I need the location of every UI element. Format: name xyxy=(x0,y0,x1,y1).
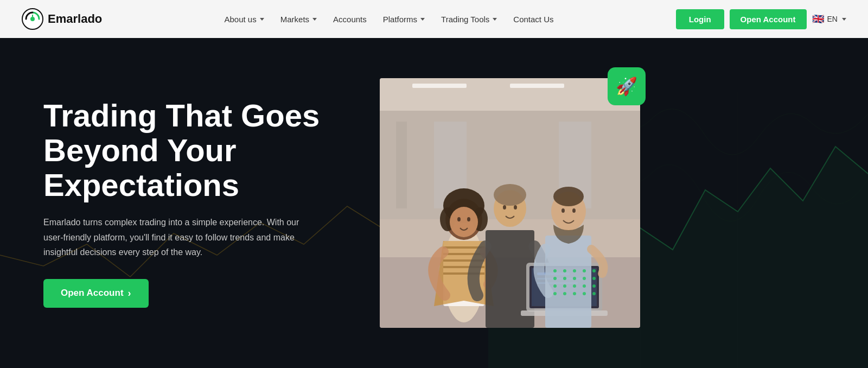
chevron-down-icon xyxy=(420,18,425,21)
nav-menu: About us Markets Accounts Platforms Trad… xyxy=(218,10,560,28)
logo-text: Emarlado xyxy=(48,12,102,26)
open-account-button[interactable]: Open Account xyxy=(730,9,807,29)
nav-item-about[interactable]: About us xyxy=(218,10,270,28)
svg-rect-44 xyxy=(380,78,640,328)
arrow-icon: › xyxy=(128,288,131,299)
hero-text-block: Trading That Goes Beyond Your Expectatio… xyxy=(43,98,347,308)
people-illustration xyxy=(380,78,640,328)
nav-link-trading-tools[interactable]: Trading Tools xyxy=(435,10,503,28)
nav-item-markets[interactable]: Markets xyxy=(274,10,323,28)
nav-link-accounts[interactable]: Accounts xyxy=(327,10,373,28)
navbar: Emarlado About us Markets Accounts Platf… xyxy=(0,0,868,38)
login-button[interactable]: Login xyxy=(676,9,724,29)
nav-link-about[interactable]: About us xyxy=(218,10,270,28)
hero-photo xyxy=(380,78,640,328)
nav-item-accounts[interactable]: Accounts xyxy=(327,10,373,28)
nav-link-platforms[interactable]: Platforms xyxy=(376,10,431,28)
chevron-down-icon xyxy=(493,18,497,21)
chevron-down-icon xyxy=(312,18,317,21)
hero-title: Trading That Goes Beyond Your Expectatio… xyxy=(43,98,347,202)
flag-icon: 🇬🇧 xyxy=(812,15,824,23)
nav-link-contact[interactable]: Contact Us xyxy=(507,10,560,28)
hero-section: Trading That Goes Beyond Your Expectatio… xyxy=(0,38,868,368)
rocket-badge: 🚀 xyxy=(608,67,646,105)
rocket-icon: 🚀 xyxy=(616,76,637,97)
chevron-down-icon xyxy=(842,18,846,21)
logo-link[interactable]: Emarlado xyxy=(22,8,102,30)
hero-content: Trading That Goes Beyond Your Expectatio… xyxy=(0,78,868,328)
chevron-down-icon xyxy=(260,18,264,21)
nav-item-platforms[interactable]: Platforms xyxy=(376,10,431,28)
hero-subtitle: Emarlado turns complex trading into a si… xyxy=(43,215,304,259)
nav-item-contact[interactable]: Contact Us xyxy=(507,10,560,28)
logo-icon xyxy=(22,8,43,30)
hero-cta-button[interactable]: Open Account › xyxy=(43,279,149,308)
hero-image-wrapper: 🚀 xyxy=(380,78,640,328)
nav-item-trading-tools[interactable]: Trading Tools xyxy=(435,10,503,28)
dot-pattern xyxy=(553,269,598,295)
navbar-actions: Login Open Account 🇬🇧 EN xyxy=(676,9,846,29)
svg-point-1 xyxy=(30,17,35,21)
nav-link-markets[interactable]: Markets xyxy=(274,10,323,28)
language-selector[interactable]: 🇬🇧 EN xyxy=(812,15,846,23)
